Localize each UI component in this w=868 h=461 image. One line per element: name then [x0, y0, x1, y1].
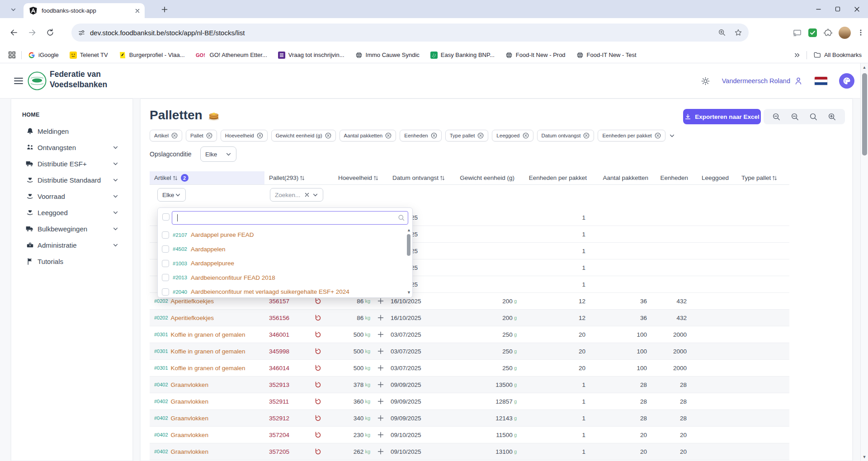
- bookmark-item[interactable]: iGoogle: [28, 52, 59, 59]
- remove-chip-icon[interactable]: [477, 132, 484, 139]
- export-excel-button[interactable]: Exporteren naar Excel: [683, 109, 761, 124]
- option-checkbox[interactable]: [162, 245, 169, 253]
- sidebar-item-voorraad[interactable]: Voorraad: [11, 188, 133, 204]
- scrollbar-thumb[interactable]: [862, 73, 867, 155]
- scroll-up-icon[interactable]: ▲: [406, 228, 411, 232]
- bookmark-star-icon[interactable]: [734, 28, 742, 37]
- column-header-type-pallet[interactable]: Type pallet: [729, 171, 789, 184]
- tab-close-icon[interactable]: [135, 8, 140, 14]
- plus-icon[interactable]: [377, 348, 384, 355]
- bookmark-item[interactable]: Food-It New - Prod: [505, 52, 566, 59]
- bookmark-item[interactable]: Easy Banking BNP...: [430, 52, 495, 59]
- page-zoom-icon[interactable]: [718, 28, 726, 37]
- plus-icon[interactable]: [377, 331, 384, 338]
- site-info-icon[interactable]: [78, 29, 85, 37]
- column-header-hoeveelheid[interactable]: Hoeveelheid: [334, 171, 390, 184]
- table-row[interactable]: #0402Graanvlokken357204230kg09/10/202511…: [150, 427, 789, 443]
- pallet-filter-select[interactable]: Zoeken...: [270, 188, 323, 202]
- clear-icon[interactable]: [304, 192, 310, 198]
- sidebar-item-bulkbewegingen[interactable]: Bulkbewegingen: [11, 221, 133, 237]
- artikel-search-input[interactable]: [172, 211, 408, 225]
- chips-expand-icon[interactable]: [669, 133, 675, 139]
- bookmark-item[interactable]: Immo Cauwe Syndic: [355, 52, 420, 59]
- sidebar-item-ontvangsten[interactable]: Ontvangsten: [11, 139, 133, 155]
- history-icon[interactable]: [314, 414, 322, 422]
- remove-chip-icon[interactable]: [385, 132, 392, 139]
- filter-chip[interactable]: Leeggoed: [492, 130, 533, 141]
- tab-search-icon[interactable]: [8, 5, 18, 14]
- forward-icon[interactable]: [24, 25, 40, 40]
- filter-chip[interactable]: Type pallet: [445, 130, 489, 141]
- sidebar-item-meldingen[interactable]: Meldingen: [11, 123, 133, 139]
- plus-icon[interactable]: [377, 364, 384, 372]
- back-icon[interactable]: [6, 25, 22, 40]
- history-icon[interactable]: [314, 364, 322, 372]
- column-header-datum-ontvangst[interactable]: Datum ontvangst: [390, 171, 458, 184]
- history-icon[interactable]: [314, 448, 322, 456]
- remove-chip-icon[interactable]: [523, 132, 529, 139]
- artikel-option[interactable]: #2040Aardbeienconfituur met verlaagd sui…: [158, 285, 406, 299]
- browser-tab[interactable]: foodbanks-stock-app: [24, 3, 145, 18]
- table-row[interactable]: #0402Graanvlokken352911360kg09/09/202512…: [150, 393, 789, 410]
- extension-check-icon[interactable]: [808, 28, 817, 38]
- filter-chip[interactable]: Hoeveelheid: [221, 130, 268, 141]
- remove-chip-icon[interactable]: [583, 132, 590, 139]
- history-icon[interactable]: [314, 348, 322, 355]
- artikel-option[interactable]: #2013Aardbeienconfituur FEAD 2018: [158, 271, 406, 285]
- plus-icon[interactable]: [377, 314, 384, 321]
- filter-chip[interactable]: Eenheden per pakket: [598, 130, 665, 141]
- table-row[interactable]: #0301Koffie in granen of gemalen34599850…: [150, 343, 789, 360]
- table-row[interactable]: #0402Graanvlokken357205262kg09/10/202513…: [150, 443, 789, 460]
- remove-chip-icon[interactable]: [655, 132, 661, 139]
- bookmark-item[interactable]: Burgerprofiel - Vlaa...: [119, 52, 185, 59]
- zoom-out-icon[interactable]: [772, 113, 781, 121]
- bookmark-item[interactable]: Food-IT New - Test: [576, 52, 637, 59]
- option-checkbox[interactable]: [162, 231, 169, 239]
- sort-icon[interactable]: [772, 175, 777, 181]
- option-checkbox[interactable]: [162, 288, 169, 296]
- zoom-in-icon[interactable]: [828, 113, 836, 121]
- extensions-icon[interactable]: [824, 28, 832, 37]
- sidebar-item-distributie-standaard[interactable]: Distributie Standaard: [11, 172, 133, 188]
- table-row[interactable]: #0301Koffie in granen of gemalen34600150…: [150, 326, 789, 343]
- filter-chip[interactable]: Gewicht eenheid (g): [271, 130, 336, 141]
- table-row[interactable]: #0402Graanvlokken352913378kg09/09/202513…: [150, 376, 789, 393]
- cast-icon[interactable]: [793, 28, 802, 37]
- scrollbar-thumb[interactable]: [407, 234, 410, 256]
- maximize-icon[interactable]: [835, 6, 840, 12]
- sort-icon[interactable]: [300, 175, 305, 181]
- remove-chip-icon[interactable]: [257, 132, 263, 139]
- artikel-filter-select[interactable]: Elke: [157, 188, 186, 202]
- remove-chip-icon[interactable]: [171, 132, 178, 139]
- filter-chip[interactable]: Datum ontvangst: [537, 130, 594, 141]
- theme-toggle-icon[interactable]: [701, 76, 710, 86]
- filter-chip[interactable]: Aantal pakketten: [340, 130, 396, 141]
- history-icon[interactable]: [314, 314, 322, 322]
- profile-avatar[interactable]: [839, 27, 851, 39]
- theme-palette-button[interactable]: [839, 73, 854, 89]
- history-icon[interactable]: [314, 398, 322, 405]
- language-flag[interactable]: [815, 77, 827, 85]
- column-header-pallet-293-[interactable]: Pallet(293): [264, 171, 334, 184]
- history-icon[interactable]: [314, 331, 322, 339]
- page-scrollbar[interactable]: ▲ ▼: [860, 63, 868, 461]
- remove-chip-icon[interactable]: [325, 132, 331, 139]
- dropdown-scrollbar[interactable]: ▲ ▼: [406, 228, 411, 295]
- user-menu[interactable]: Vandermeersch Roland: [722, 76, 803, 85]
- sidebar-item-leeggoed[interactable]: Leeggoed: [11, 204, 133, 221]
- search-icon[interactable]: [809, 113, 818, 121]
- plus-icon[interactable]: [377, 431, 384, 438]
- sort-icon[interactable]: [173, 175, 178, 181]
- scroll-up-icon[interactable]: ▲: [861, 65, 868, 70]
- sidebar-item-tutorials[interactable]: Tutorials: [11, 253, 133, 269]
- apps-grid-icon[interactable]: [8, 51, 16, 59]
- reload-icon[interactable]: [42, 25, 58, 40]
- plus-icon[interactable]: [377, 381, 384, 388]
- sidebar-item-distributie-esf-[interactable]: Distributie ESF+: [11, 155, 133, 172]
- storage-condition-select[interactable]: Elke: [200, 146, 236, 162]
- history-icon[interactable]: [314, 431, 322, 439]
- url-bar[interactable]: dev.stock.foodbanksit.be/stock/app/nl-BE…: [71, 24, 749, 42]
- minimize-icon[interactable]: [816, 6, 821, 12]
- plus-icon[interactable]: [377, 448, 384, 455]
- remove-chip-icon[interactable]: [206, 132, 212, 139]
